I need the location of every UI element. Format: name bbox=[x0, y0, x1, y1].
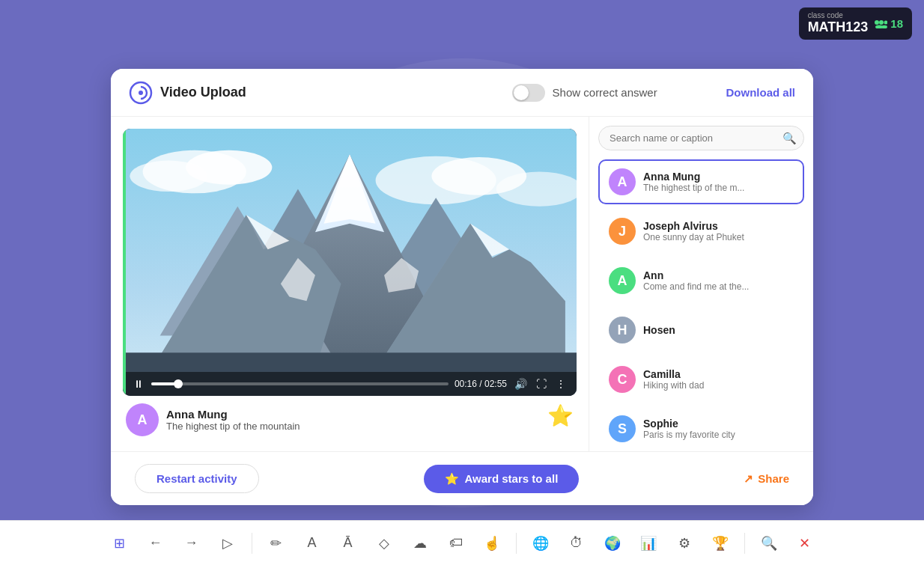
submission-avatar: A bbox=[126, 403, 159, 436]
download-all-button[interactable]: Download all bbox=[726, 86, 796, 99]
students-count: 18 bbox=[874, 17, 903, 30]
student-avatar-sophie: S bbox=[609, 415, 636, 442]
student-caption-joseph: One sunny day at Phuket bbox=[643, 232, 744, 242]
toolbar-timer-icon[interactable]: ⏱ bbox=[565, 531, 589, 555]
student-name-ann: Ann bbox=[643, 269, 749, 281]
toolbar-sep-2 bbox=[516, 533, 517, 554]
show-correct-toggle[interactable] bbox=[512, 84, 545, 102]
student-avatar-joseph: J bbox=[609, 218, 636, 245]
right-panel: 🔍 A Anna Mung The highest tip of the m..… bbox=[589, 117, 813, 451]
toolbar-settings-icon[interactable]: ⚙ bbox=[672, 531, 696, 555]
students-icon bbox=[874, 19, 887, 28]
student-item-hosen[interactable]: H Hosen bbox=[598, 308, 804, 352]
show-correct-label: Show correct answer bbox=[553, 86, 657, 99]
search-icon: 🔍 bbox=[782, 132, 797, 145]
pause-button[interactable]: ⏸ bbox=[132, 376, 145, 391]
toolbar-pen-icon[interactable]: ✏ bbox=[264, 531, 288, 555]
main-card: Video Upload Show correct answer Downloa… bbox=[111, 69, 813, 505]
share-icon: ↗ bbox=[744, 472, 753, 486]
toolbar-play-icon[interactable]: ▷ bbox=[216, 531, 240, 555]
svg-point-4 bbox=[881, 25, 887, 28]
restart-button[interactable]: Restart activity bbox=[135, 464, 259, 493]
student-name-joseph: Joseph Alvirus bbox=[643, 220, 744, 232]
toolbar-format-icon[interactable]: Ā bbox=[336, 531, 360, 555]
student-caption-ann: Come and find me at the... bbox=[643, 281, 749, 292]
student-avatar-hosen: H bbox=[609, 317, 636, 343]
toggle-knob bbox=[514, 85, 529, 100]
toolbar-forward-icon[interactable]: → bbox=[180, 531, 204, 555]
svg-point-2 bbox=[884, 20, 888, 24]
toolbar-sep-1 bbox=[252, 533, 252, 554]
submission-avatar-img: A bbox=[126, 403, 159, 436]
more-button[interactable]: ⋮ bbox=[554, 376, 568, 391]
progress-fill bbox=[151, 382, 178, 385]
star-badge[interactable]: ⭐ bbox=[547, 403, 574, 428]
card-body: ⏸ 00:16 / 02:55 🔊 ⛶ ⋮ bbox=[111, 117, 813, 451]
student-item-joseph[interactable]: J Joseph Alvirus One sunny day at Phuket bbox=[598, 209, 804, 254]
submission-text: Anna Mung The highest tip of the mountai… bbox=[166, 408, 300, 432]
svg-point-6 bbox=[139, 91, 143, 95]
toolbar-text-icon[interactable]: A bbox=[300, 531, 324, 555]
toolbar-award-icon[interactable]: 🏆 bbox=[708, 531, 732, 555]
svg-point-0 bbox=[875, 20, 879, 25]
time-display: 00:16 / 02:55 bbox=[455, 379, 507, 389]
student-name-hosen: Hosen bbox=[643, 324, 675, 336]
student-item-anna[interactable]: A Anna Mung The highest tip of the m... bbox=[598, 159, 804, 204]
search-bar: 🔍 bbox=[598, 126, 804, 150]
toolbar-sep-3 bbox=[744, 533, 745, 554]
class-code-label: class code bbox=[808, 12, 869, 19]
progress-bar[interactable] bbox=[151, 382, 449, 385]
toolbar-cloud-icon[interactable]: ☁ bbox=[408, 531, 432, 555]
toolbar-shape-icon[interactable]: ◇ bbox=[372, 531, 396, 555]
show-correct-section: Show correct answer bbox=[443, 84, 726, 102]
toolbar-home-icon[interactable]: ⊞ bbox=[108, 531, 132, 555]
toolbar-close-icon[interactable]: ✕ bbox=[793, 531, 817, 555]
share-label: Share bbox=[758, 472, 789, 485]
award-label: Award stars to all bbox=[465, 472, 559, 485]
top-bar: class code MATH123 18 bbox=[799, 7, 912, 40]
bottom-toolbar: ⊞ ← → ▷ ✏ A Ā ◇ ☁ 🏷 ☝ 🌐 ⏱ 🌍 📊 ⚙ 🏆 🔍 ✕ bbox=[0, 520, 924, 565]
card-header: Video Upload Show correct answer Downloa… bbox=[111, 69, 813, 117]
svg-point-10 bbox=[130, 161, 207, 192]
toolbar-label-icon[interactable]: 🏷 bbox=[444, 531, 468, 555]
video-scene bbox=[123, 129, 577, 396]
student-name-sophie: Sophie bbox=[643, 418, 735, 430]
toolbar-chart-icon[interactable]: 📊 bbox=[636, 531, 660, 555]
submission-name: Anna Mung bbox=[166, 408, 300, 421]
student-caption-sophie: Paris is my favorite city bbox=[643, 430, 735, 440]
progress-dot bbox=[174, 379, 183, 388]
submission-info: A Anna Mung The highest tip of the mount… bbox=[123, 396, 577, 439]
toolbar-hand-icon[interactable]: ☝ bbox=[480, 531, 504, 555]
student-item-ann[interactable]: A Ann Come and find me at the... bbox=[598, 258, 804, 303]
video-section: ⏸ 00:16 / 02:55 🔊 ⛶ ⋮ bbox=[111, 117, 589, 451]
student-item-sophie[interactable]: S Sophie Paris is my favorite city bbox=[598, 406, 804, 442]
fullscreen-button[interactable]: ⛶ bbox=[535, 376, 548, 391]
student-item-camilla[interactable]: C Camilla Hiking with dad bbox=[598, 357, 804, 402]
app-logo bbox=[129, 81, 153, 105]
toolbar-globe-icon[interactable]: 🌐 bbox=[529, 531, 553, 555]
toolbar-search-icon[interactable]: 🔍 bbox=[757, 531, 781, 555]
video-controls: ⏸ 00:16 / 02:55 🔊 ⛶ ⋮ bbox=[123, 372, 577, 396]
share-button[interactable]: ↗ Share bbox=[744, 472, 789, 486]
student-name-anna: Anna Mung bbox=[643, 171, 744, 183]
page-title: Video Upload bbox=[160, 85, 443, 100]
video-wrapper: ⏸ 00:16 / 02:55 🔊 ⛶ ⋮ bbox=[123, 129, 577, 396]
student-avatar-anna: A bbox=[609, 168, 636, 195]
award-button[interactable]: ⭐ Award stars to all bbox=[424, 465, 580, 493]
toolbar-translate-icon[interactable]: 🌍 bbox=[601, 531, 624, 555]
award-star-icon: ⭐ bbox=[445, 472, 459, 486]
student-name-camilla: Camilla bbox=[643, 368, 704, 380]
volume-button[interactable]: 🔊 bbox=[513, 376, 529, 391]
student-avatar-ann: A bbox=[609, 267, 636, 294]
student-avatar-camilla: C bbox=[609, 366, 636, 393]
class-code: MATH123 bbox=[808, 19, 869, 34]
card-footer: Restart activity ⭐ Award stars to all ↗ … bbox=[111, 451, 813, 505]
student-caption-camilla: Hiking with dad bbox=[643, 380, 704, 391]
search-input[interactable] bbox=[598, 126, 804, 150]
submission-caption: The highest tip of the mountain bbox=[166, 421, 300, 432]
svg-point-1 bbox=[879, 20, 884, 25]
toolbar-back-icon[interactable]: ← bbox=[144, 531, 168, 555]
student-list: A Anna Mung The highest tip of the m... … bbox=[589, 159, 813, 442]
student-caption-anna: The highest tip of the m... bbox=[643, 183, 744, 193]
